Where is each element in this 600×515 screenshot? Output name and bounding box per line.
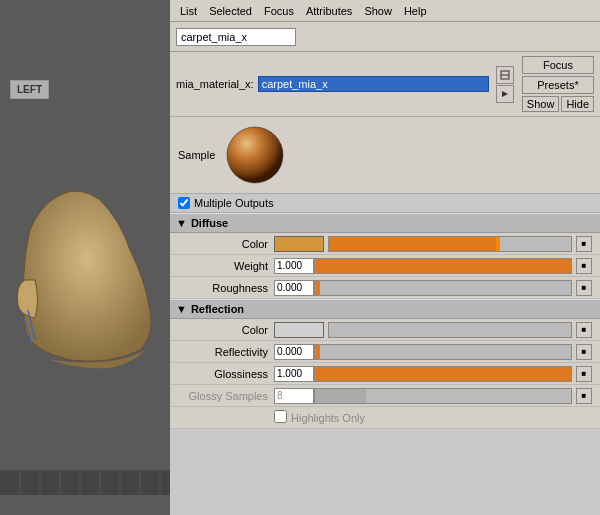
reflection-color-label: Color: [178, 324, 268, 336]
reflection-color-swatch[interactable]: [274, 322, 324, 338]
name-bar: [170, 22, 600, 52]
show-button[interactable]: Show: [522, 96, 560, 112]
menu-bar: List Selected Focus Attributes Show Help: [170, 0, 600, 22]
glossiness-input[interactable]: [274, 366, 314, 382]
reflectivity-input[interactable]: [274, 344, 314, 360]
diffuse-arrow: ▼: [176, 217, 187, 229]
reflection-color-slider[interactable]: [328, 322, 572, 338]
highlights-only-checkbox[interactable]: [274, 410, 287, 423]
menu-focus[interactable]: Focus: [258, 3, 300, 19]
reflection-color-map-btn[interactable]: ■: [576, 322, 592, 338]
material-type-label: mia_material_x:: [176, 78, 254, 90]
sample-sphere: [225, 125, 285, 185]
diffuse-color-slider[interactable]: [328, 236, 572, 252]
diffuse-color-swatch[interactable]: [274, 236, 324, 252]
diffuse-roughness-label: Roughness: [178, 282, 268, 294]
material-name-input[interactable]: [258, 76, 489, 92]
glossiness-label: Glossiness: [178, 368, 268, 380]
glossy-samples-row: Glossy Samples ■: [170, 385, 600, 407]
menu-list[interactable]: List: [174, 3, 203, 19]
diffuse-roughness-input[interactable]: [274, 280, 314, 296]
glossiness-map-btn[interactable]: ■: [576, 366, 592, 382]
menu-selected[interactable]: Selected: [203, 3, 258, 19]
glossy-samples-label: Glossy Samples: [178, 390, 268, 402]
highlights-only-row: Highlights Only: [170, 407, 600, 429]
sample-label: Sample: [178, 149, 215, 161]
reflection-section-header[interactable]: ▼ Reflection: [170, 299, 600, 319]
focus-button[interactable]: Focus: [522, 56, 594, 74]
reflectivity-row: Reflectivity ■: [170, 341, 600, 363]
diffuse-weight-slider[interactable]: [314, 258, 572, 274]
viewport-label: LEFT: [10, 80, 49, 99]
grid-lines: [0, 445, 170, 495]
svg-rect-2: [0, 470, 170, 495]
reflection-color-row: Color ■: [170, 319, 600, 341]
svg-point-15: [227, 127, 283, 183]
name-input[interactable]: [176, 28, 296, 46]
reflectivity-map-btn[interactable]: ■: [576, 344, 592, 360]
diffuse-section-header[interactable]: ▼ Diffuse: [170, 213, 600, 233]
sample-area: Sample: [170, 117, 600, 194]
glossy-samples-input[interactable]: [274, 388, 314, 404]
hide-button[interactable]: Hide: [561, 96, 594, 112]
chair-model: [10, 150, 165, 400]
diffuse-title: Diffuse: [191, 217, 228, 229]
map-button-1[interactable]: [496, 66, 514, 84]
diffuse-roughness-row: Roughness ■: [170, 277, 600, 299]
material-header: mia_material_x: Focus Presets* Show Hid: [170, 52, 600, 117]
glossy-samples-slider[interactable]: [314, 388, 572, 404]
diffuse-color-map-btn[interactable]: ■: [576, 236, 592, 252]
highlights-only-label: Highlights Only: [291, 412, 365, 424]
menu-help[interactable]: Help: [398, 3, 433, 19]
diffuse-weight-map-btn[interactable]: ■: [576, 258, 592, 274]
reflectivity-slider[interactable]: [314, 344, 572, 360]
diffuse-roughness-map-btn[interactable]: ■: [576, 280, 592, 296]
presets-button[interactable]: Presets*: [522, 76, 594, 94]
menu-attributes[interactable]: Attributes: [300, 3, 358, 19]
glossiness-slider[interactable]: [314, 366, 572, 382]
diffuse-weight-label: Weight: [178, 260, 268, 272]
multiple-outputs-label: Multiple Outputs: [194, 197, 273, 209]
menu-show[interactable]: Show: [358, 3, 398, 19]
diffuse-color-label: Color: [178, 238, 268, 250]
diffuse-color-row: Color ■: [170, 233, 600, 255]
svg-marker-14: [502, 91, 508, 97]
glossiness-row: Glossiness ■: [170, 363, 600, 385]
diffuse-roughness-slider[interactable]: [314, 280, 572, 296]
reflection-arrow: ▼: [176, 303, 187, 315]
reflection-title: Reflection: [191, 303, 244, 315]
glossy-samples-map-btn[interactable]: ■: [576, 388, 592, 404]
multiple-outputs-checkbox[interactable]: [178, 197, 190, 209]
properties-scroll-area[interactable]: mia_material_x: Focus Presets* Show Hid: [170, 52, 600, 515]
diffuse-weight-input[interactable]: [274, 258, 314, 274]
map-button-2[interactable]: [496, 85, 514, 103]
multiple-outputs-bar: Multiple Outputs: [170, 194, 600, 213]
reflectivity-label: Reflectivity: [178, 346, 268, 358]
diffuse-weight-row: Weight ■: [170, 255, 600, 277]
viewport-panel: LEFT: [0, 0, 170, 515]
right-panel: List Selected Focus Attributes Show Help…: [170, 0, 600, 515]
